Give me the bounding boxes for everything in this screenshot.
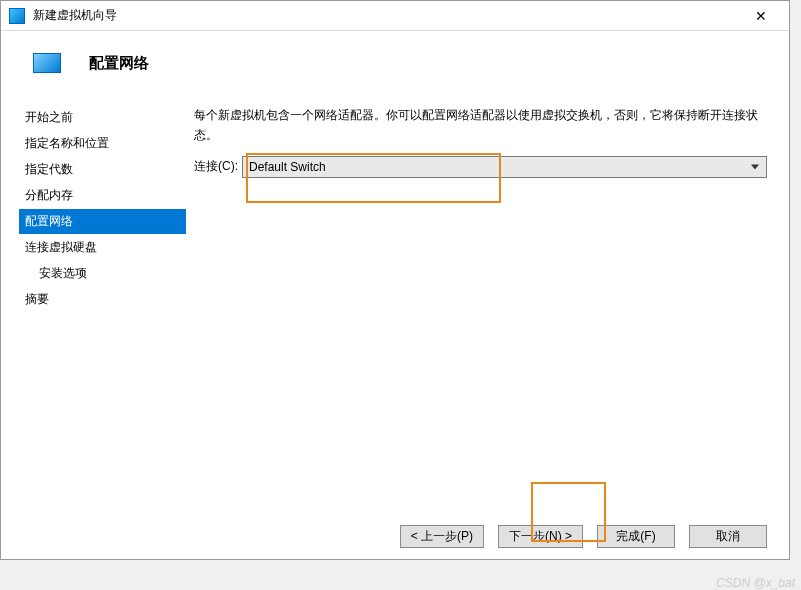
connection-select-wrap: Default Switch (242, 156, 767, 178)
close-icon: ✕ (755, 8, 767, 24)
cancel-button[interactable]: 取消 (689, 525, 767, 548)
sidebar-item-memory[interactable]: 分配内存 (19, 183, 186, 208)
sidebar-item-network[interactable]: 配置网络 (19, 209, 186, 234)
sidebar-item-name-location[interactable]: 指定名称和位置 (19, 131, 186, 156)
window-title: 新建虚拟机向导 (33, 7, 741, 24)
wizard-window: 新建虚拟机向导 ✕ 配置网络 开始之前 指定名称和位置 指定代数 分配内存 配置… (0, 0, 790, 560)
app-icon (9, 8, 25, 24)
prev-button[interactable]: < 上一步(P) (400, 525, 484, 548)
close-button[interactable]: ✕ (741, 2, 781, 30)
titlebar: 新建虚拟机向导 ✕ (1, 1, 789, 31)
header-icon (33, 53, 61, 73)
connection-label: 连接(C): (194, 158, 238, 175)
sidebar-item-install-options[interactable]: 安装选项 (19, 261, 186, 286)
connection-select-value: Default Switch (249, 160, 326, 174)
sidebar-item-generation[interactable]: 指定代数 (19, 157, 186, 182)
sidebar-item-before-begin[interactable]: 开始之前 (19, 105, 186, 130)
sidebar-item-summary[interactable]: 摘要 (19, 287, 186, 312)
connection-select[interactable]: Default Switch (242, 156, 767, 178)
description-text: 每个新虚拟机包含一个网络适配器。你可以配置网络适配器以使用虚拟交换机，否则，它将… (194, 105, 767, 146)
finish-button[interactable]: 完成(F) (597, 525, 675, 548)
wizard-body: 开始之前 指定名称和位置 指定代数 分配内存 配置网络 连接虚拟硬盘 安装选项 … (1, 95, 789, 513)
connection-row: 连接(C): Default Switch (194, 156, 767, 178)
wizard-header: 配置网络 (1, 31, 789, 95)
watermark: CSDN @x_bat (716, 576, 795, 590)
sidebar: 开始之前 指定名称和位置 指定代数 分配内存 配置网络 连接虚拟硬盘 安装选项 … (1, 95, 186, 513)
next-button[interactable]: 下一步(N) > (498, 525, 583, 548)
wizard-footer: < 上一步(P) 下一步(N) > 完成(F) 取消 (1, 513, 789, 559)
page-title: 配置网络 (89, 54, 149, 73)
content-panel: 每个新虚拟机包含一个网络适配器。你可以配置网络适配器以使用虚拟交换机，否则，它将… (186, 95, 789, 513)
sidebar-item-vhd[interactable]: 连接虚拟硬盘 (19, 235, 186, 260)
